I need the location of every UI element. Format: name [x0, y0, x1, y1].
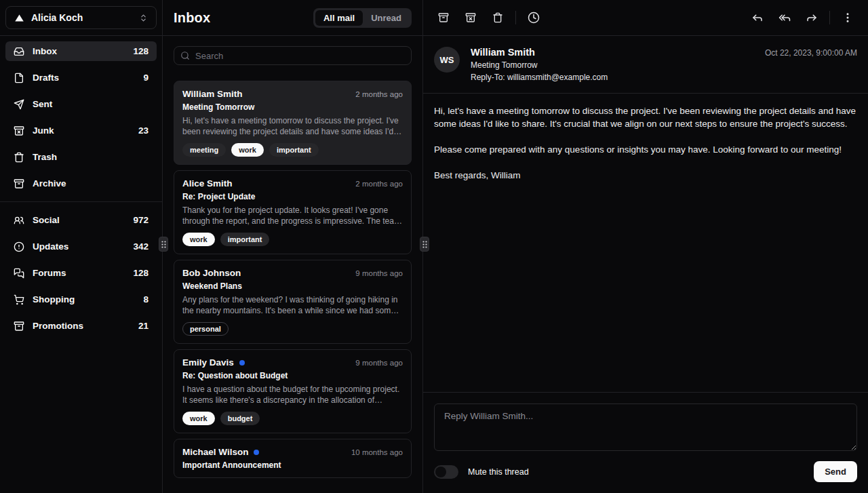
tag-badge-important[interactable]: important — [269, 143, 319, 157]
sidebar-item-forums[interactable]: Forums128 — [5, 263, 157, 283]
reply-all-button[interactable] — [773, 6, 796, 29]
reply-to-address: Reply-To: williamsmith@example.com — [471, 73, 608, 82]
email-list-item[interactable]: Michael Wilson10 months agoImportant Ann… — [174, 439, 412, 478]
archive-button[interactable] — [432, 6, 455, 29]
search-input[interactable] — [195, 51, 405, 61]
trash-icon — [14, 152, 24, 163]
sidebar-item-inbox[interactable]: Inbox128 — [5, 41, 157, 61]
email-sender-name: Michael Wilson — [182, 447, 248, 457]
email-tags: workbudget — [182, 412, 403, 425]
email-timestamp: 2 months ago — [355, 90, 403, 98]
email-item-header: Bob Johnson9 months ago — [182, 268, 403, 278]
body-paragraph: Best regards, William — [434, 169, 857, 182]
sidebar-item-count: 128 — [133, 268, 149, 278]
sidebar-item-drafts[interactable]: Drafts9 — [5, 68, 157, 87]
email-preview: Hi, let's have a meeting tomorrow to dis… — [182, 116, 403, 137]
tag-badge-budget[interactable]: budget — [220, 412, 260, 425]
tag-badge-work[interactable]: work — [231, 143, 264, 157]
switch-knob — [435, 467, 446, 477]
email-timestamp: 9 months ago — [355, 269, 403, 277]
tab-unread[interactable]: Unread — [363, 10, 410, 26]
sidebar-item-shopping[interactable]: Shopping8 — [5, 290, 157, 309]
grip-icon — [161, 241, 166, 248]
email-item-header: Michael Wilson10 months ago — [182, 447, 403, 457]
email-sender-name: Alice Smith — [182, 178, 233, 189]
tag-badge-work[interactable]: work — [182, 233, 215, 246]
tag-badge-meeting[interactable]: meeting — [182, 143, 226, 157]
reply-area: Mute this thread Send — [423, 393, 868, 493]
email-list-item[interactable]: Alice Smith2 months agoRe: Project Updat… — [174, 170, 412, 254]
forward-button[interactable] — [800, 6, 823, 29]
search-icon — [180, 51, 190, 60]
message-date: Oct 22, 2023, 9:00:00 AM — [765, 47, 857, 58]
sidebar-item-updates[interactable]: Updates342 — [5, 237, 157, 256]
email-timestamp: 9 months ago — [355, 359, 403, 367]
email-tags: workimportant — [182, 233, 403, 246]
email-tags: meetingworkimportant — [182, 143, 403, 157]
account-name: Alicia Koch — [31, 12, 83, 23]
email-timestamp: 2 months ago — [355, 180, 403, 188]
chevrons-up-down-icon — [139, 14, 148, 22]
tag-badge-personal[interactable]: personal — [182, 322, 229, 336]
more-vertical-icon — [842, 12, 854, 24]
sidebar-item-archive[interactable]: Archive — [5, 174, 157, 193]
email-list: William Smith2 months agoMeeting Tomorro… — [163, 71, 422, 493]
email-detail-pane: WS William Smith Meeting Tomorrow Reply-… — [423, 0, 868, 493]
email-subject: Re: Project Update — [182, 192, 403, 201]
email-item-header: William Smith2 months ago — [182, 89, 403, 99]
sidebar: Alicia Koch Inbox128Drafts9SentJunk23Tra… — [0, 0, 163, 493]
sidebar-nav-primary: Inbox128Drafts9SentJunk23TrashArchive — [0, 36, 162, 199]
sidebar-item-label: Social — [33, 215, 60, 225]
reply-all-icon — [778, 12, 791, 24]
page-title: Inbox — [174, 10, 210, 26]
email-timestamp: 10 months ago — [351, 448, 403, 456]
list-resize-handle[interactable] — [420, 237, 429, 252]
sidebar-item-count: 128 — [133, 46, 149, 56]
send-icon — [14, 99, 24, 110]
email-preview: I have a question about the budget for t… — [182, 384, 403, 406]
mute-thread-switch[interactable] — [434, 465, 458, 479]
grip-icon — [422, 241, 427, 248]
email-list-item[interactable]: Emily Davis9 months agoRe: Question abou… — [174, 349, 412, 433]
sidebar-item-label: Updates — [33, 241, 68, 252]
clock-icon — [528, 12, 540, 24]
email-list-item[interactable]: William Smith2 months agoMeeting Tomorro… — [174, 81, 412, 165]
email-tags: personal — [182, 322, 403, 336]
tag-badge-work[interactable]: work — [182, 412, 215, 425]
move-to-trash-button[interactable] — [486, 6, 509, 29]
sidebar-item-label: Junk — [33, 125, 54, 136]
email-list-pane: Inbox All mail Unread William Smith2 mon… — [163, 0, 423, 493]
toolbar-divider — [515, 11, 516, 24]
tab-all-mail[interactable]: All mail — [315, 10, 363, 26]
snooze-button[interactable] — [522, 6, 545, 29]
sidebar-resize-handle[interactable] — [159, 237, 168, 252]
messages-icon — [14, 268, 24, 279]
sidebar-item-trash[interactable]: Trash — [5, 147, 157, 167]
account-logo-icon — [14, 13, 24, 23]
sidebar-item-count: 342 — [133, 241, 149, 252]
email-sender-name: Emily Davis — [182, 357, 234, 368]
reply-textarea[interactable] — [434, 403, 857, 451]
forward-icon — [806, 12, 818, 24]
sidebar-item-count: 23 — [138, 125, 149, 136]
send-button[interactable]: Send — [814, 461, 857, 482]
sidebar-item-label: Promotions — [33, 321, 83, 331]
sidebar-item-sent[interactable]: Sent — [5, 94, 157, 114]
body-paragraph: Please come prepared with any questions … — [434, 143, 857, 156]
sidebar-item-junk[interactable]: Junk23 — [5, 121, 157, 140]
sidebar-item-count: 8 — [143, 294, 149, 304]
email-subject: Important Announcement — [182, 460, 403, 470]
sidebar-item-promotions[interactable]: Promotions21 — [5, 316, 157, 336]
reply-button[interactable] — [746, 6, 769, 29]
users-icon — [14, 215, 24, 226]
account-switcher[interactable]: Alicia Koch — [5, 6, 157, 29]
tag-badge-important[interactable]: important — [220, 233, 270, 246]
archive-icon — [438, 12, 449, 23]
more-options-button[interactable] — [836, 6, 859, 29]
move-to-junk-button[interactable] — [459, 6, 482, 29]
email-preview: Any plans for the weekend? I was thinkin… — [182, 295, 403, 316]
email-list-item[interactable]: Bob Johnson9 months agoWeekend PlansAny … — [174, 260, 412, 344]
sidebar-item-social[interactable]: Social972 — [5, 210, 157, 230]
alert-circle-icon — [14, 241, 24, 252]
trash-icon — [492, 12, 503, 23]
